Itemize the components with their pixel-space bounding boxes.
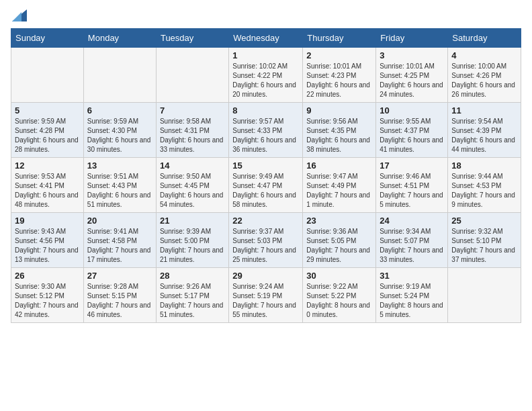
day-number: 7 — [160, 105, 225, 116]
day-number: 4 — [451, 50, 517, 60]
day-cell: 4Sunrise: 10:00 AM Sunset: 4:26 PM Dayli… — [448, 48, 521, 103]
day-number: 18 — [451, 161, 517, 171]
day-cell: 21Sunrise: 9:39 AM Sunset: 5:00 PM Dayli… — [156, 213, 228, 268]
day-number: 30 — [306, 271, 372, 281]
day-number: 29 — [232, 271, 299, 281]
day-info: Sunrise: 9:51 AM Sunset: 4:43 PM Dayligh… — [87, 172, 152, 210]
day-info: Sunrise: 9:47 AM Sunset: 4:49 PM Dayligh… — [306, 172, 372, 210]
day-cell: 20Sunrise: 9:41 AM Sunset: 4:58 PM Dayli… — [83, 213, 156, 268]
svg-marker-1 — [12, 12, 21, 21]
day-cell: 16Sunrise: 9:47 AM Sunset: 4:49 PM Dayli… — [303, 158, 376, 213]
day-number: 10 — [380, 105, 444, 116]
day-info: Sunrise: 9:41 AM Sunset: 4:58 PM Dayligh… — [87, 227, 152, 265]
day-number: 3 — [380, 50, 444, 60]
day-info: Sunrise: 10:01 AM Sunset: 4:23 PM Daylig… — [306, 62, 372, 99]
day-cell: 7Sunrise: 9:58 AM Sunset: 4:31 PM Daylig… — [156, 103, 228, 158]
day-cell — [83, 48, 156, 103]
day-number: 17 — [380, 161, 444, 171]
day-cell: 17Sunrise: 9:46 AM Sunset: 4:51 PM Dayli… — [376, 158, 448, 213]
day-info: Sunrise: 9:54 AM Sunset: 4:39 PM Dayligh… — [451, 117, 517, 154]
day-cell: 24Sunrise: 9:34 AM Sunset: 5:07 PM Dayli… — [376, 213, 448, 268]
day-info: Sunrise: 9:53 AM Sunset: 4:41 PM Dayligh… — [15, 172, 80, 210]
day-cell: 19Sunrise: 9:43 AM Sunset: 4:56 PM Dayli… — [11, 213, 84, 268]
day-info: Sunrise: 9:24 AM Sunset: 5:19 PM Dayligh… — [232, 282, 299, 320]
day-number: 26 — [15, 271, 80, 281]
day-number: 15 — [232, 161, 299, 171]
day-number: 25 — [451, 216, 517, 226]
day-info: Sunrise: 9:59 AM Sunset: 4:30 PM Dayligh… — [87, 117, 152, 154]
day-cell: 13Sunrise: 9:51 AM Sunset: 4:43 PM Dayli… — [83, 158, 156, 213]
logo-icon — [12, 9, 27, 21]
day-cell: 14Sunrise: 9:50 AM Sunset: 4:45 PM Dayli… — [156, 158, 228, 213]
day-number: 6 — [87, 105, 152, 116]
calendar-table: SundayMondayTuesdayWednesdayThursdayFrid… — [11, 28, 521, 323]
day-info: Sunrise: 9:58 AM Sunset: 4:31 PM Dayligh… — [160, 117, 225, 154]
day-cell: 30Sunrise: 9:22 AM Sunset: 5:22 PM Dayli… — [303, 268, 376, 323]
day-info: Sunrise: 9:59 AM Sunset: 4:28 PM Dayligh… — [15, 117, 80, 154]
day-info: Sunrise: 9:55 AM Sunset: 4:37 PM Dayligh… — [380, 117, 444, 154]
day-info: Sunrise: 10:00 AM Sunset: 4:26 PM Daylig… — [451, 62, 517, 99]
day-cell: 22Sunrise: 9:37 AM Sunset: 5:03 PM Dayli… — [229, 213, 303, 268]
day-cell: 15Sunrise: 9:49 AM Sunset: 4:47 PM Dayli… — [229, 158, 303, 213]
day-number: 20 — [87, 216, 152, 226]
day-info: Sunrise: 9:57 AM Sunset: 4:33 PM Dayligh… — [232, 117, 299, 154]
day-number: 31 — [380, 271, 444, 281]
weekday-header-wednesday: Wednesday — [229, 29, 303, 48]
day-info: Sunrise: 9:36 AM Sunset: 5:05 PM Dayligh… — [306, 227, 372, 265]
day-info: Sunrise: 9:56 AM Sunset: 4:35 PM Dayligh… — [306, 117, 372, 154]
day-cell: 2Sunrise: 10:01 AM Sunset: 4:23 PM Dayli… — [303, 48, 376, 103]
day-cell: 29Sunrise: 9:24 AM Sunset: 5:19 PM Dayli… — [229, 268, 303, 323]
day-info: Sunrise: 9:22 AM Sunset: 5:22 PM Dayligh… — [306, 282, 372, 320]
day-cell — [448, 268, 521, 323]
day-number: 27 — [87, 271, 152, 281]
day-number: 9 — [306, 105, 372, 116]
day-number: 23 — [306, 216, 372, 226]
day-info: Sunrise: 9:32 AM Sunset: 5:10 PM Dayligh… — [451, 227, 517, 265]
day-cell — [11, 48, 84, 103]
day-info: Sunrise: 9:30 AM Sunset: 5:12 PM Dayligh… — [15, 282, 80, 320]
day-number: 12 — [15, 161, 80, 171]
day-number: 11 — [451, 105, 517, 116]
day-number: 2 — [306, 50, 372, 60]
day-info: Sunrise: 9:44 AM Sunset: 4:53 PM Dayligh… — [451, 172, 517, 210]
day-info: Sunrise: 10:02 AM Sunset: 4:22 PM Daylig… — [232, 62, 299, 99]
day-info: Sunrise: 9:19 AM Sunset: 5:24 PM Dayligh… — [380, 282, 444, 320]
day-info: Sunrise: 10:01 AM Sunset: 4:25 PM Daylig… — [380, 62, 444, 99]
day-number: 8 — [232, 105, 299, 116]
day-number: 5 — [15, 105, 80, 116]
weekday-header-tuesday: Tuesday — [156, 29, 228, 48]
day-cell: 18Sunrise: 9:44 AM Sunset: 4:53 PM Dayli… — [448, 158, 521, 213]
day-info: Sunrise: 9:46 AM Sunset: 4:51 PM Dayligh… — [380, 172, 444, 210]
day-cell: 26Sunrise: 9:30 AM Sunset: 5:12 PM Dayli… — [11, 268, 84, 323]
day-cell: 23Sunrise: 9:36 AM Sunset: 5:05 PM Dayli… — [303, 213, 376, 268]
day-cell: 12Sunrise: 9:53 AM Sunset: 4:41 PM Dayli… — [11, 158, 84, 213]
day-cell: 10Sunrise: 9:55 AM Sunset: 4:37 PM Dayli… — [376, 103, 448, 158]
day-number: 13 — [87, 161, 152, 171]
week-row-3: 12Sunrise: 9:53 AM Sunset: 4:41 PM Dayli… — [11, 158, 521, 213]
week-row-2: 5Sunrise: 9:59 AM Sunset: 4:28 PM Daylig… — [11, 103, 521, 158]
day-cell: 9Sunrise: 9:56 AM Sunset: 4:35 PM Daylig… — [303, 103, 376, 158]
day-number: 24 — [380, 216, 444, 226]
day-info: Sunrise: 9:34 AM Sunset: 5:07 PM Dayligh… — [380, 227, 444, 265]
day-number: 1 — [232, 50, 299, 60]
weekday-header-friday: Friday — [376, 29, 448, 48]
weekday-header-monday: Monday — [83, 29, 156, 48]
day-cell: 8Sunrise: 9:57 AM Sunset: 4:33 PM Daylig… — [229, 103, 303, 158]
day-info: Sunrise: 9:39 AM Sunset: 5:00 PM Dayligh… — [160, 227, 225, 265]
day-cell: 11Sunrise: 9:54 AM Sunset: 4:39 PM Dayli… — [448, 103, 521, 158]
day-number: 19 — [15, 216, 80, 226]
day-info: Sunrise: 9:26 AM Sunset: 5:17 PM Dayligh… — [160, 282, 225, 320]
weekday-header-saturday: Saturday — [448, 29, 521, 48]
weekday-header-thursday: Thursday — [303, 29, 376, 48]
day-cell: 27Sunrise: 9:28 AM Sunset: 5:15 PM Dayli… — [83, 268, 156, 323]
logo — [11, 11, 27, 21]
day-number: 21 — [160, 216, 225, 226]
day-cell: 6Sunrise: 9:59 AM Sunset: 4:30 PM Daylig… — [83, 103, 156, 158]
day-cell: 25Sunrise: 9:32 AM Sunset: 5:10 PM Dayli… — [448, 213, 521, 268]
week-row-1: 1Sunrise: 10:02 AM Sunset: 4:22 PM Dayli… — [11, 48, 521, 103]
day-cell: 28Sunrise: 9:26 AM Sunset: 5:17 PM Dayli… — [156, 268, 228, 323]
day-info: Sunrise: 9:28 AM Sunset: 5:15 PM Dayligh… — [87, 282, 152, 320]
day-cell — [156, 48, 228, 103]
week-row-5: 26Sunrise: 9:30 AM Sunset: 5:12 PM Dayli… — [11, 268, 521, 323]
day-info: Sunrise: 9:43 AM Sunset: 4:56 PM Dayligh… — [15, 227, 80, 265]
